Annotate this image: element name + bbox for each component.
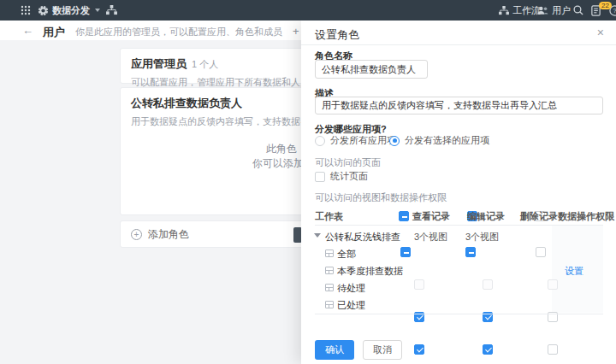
plus-circle-icon: + — [131, 229, 142, 240]
topbar-users[interactable]: 用户 — [537, 0, 571, 21]
collapse-caret-icon[interactable] — [314, 233, 321, 238]
radio-icon[interactable] — [389, 136, 400, 146]
role-member-count: 1 个人 — [192, 59, 218, 69]
role-name-input[interactable] — [315, 60, 428, 79]
view-name: 待处理 — [337, 282, 365, 295]
sitemap-icon — [106, 5, 117, 15]
empty-state-line2: 你可以添加 — [252, 156, 304, 171]
col-header-edit: 编辑记录 — [467, 210, 505, 223]
checkbox-label: 统计页面 — [330, 170, 368, 183]
topbar-users-label: 用户 — [552, 4, 571, 17]
page-title: 用户 — [43, 25, 65, 40]
view-grid-icon — [325, 301, 334, 308]
radio-label: 分发有选择的应用项 — [405, 134, 489, 147]
role-card-title: 公转私排查数据负责人 — [131, 97, 242, 109]
notification-badge: 22 — [599, 2, 612, 9]
workflow-icon — [499, 6, 509, 15]
col-header-sheet: 工作表 — [315, 210, 343, 223]
sheet-name: 公转私反洗钱排查 — [325, 231, 400, 244]
row-view-checkbox[interactable] — [400, 247, 411, 257]
gear-icon — [38, 5, 49, 16]
accessible-pages-label: 可以访问的页面 — [315, 156, 381, 169]
search-icon — [573, 5, 583, 15]
apps-grid-icon-glyph — [21, 5, 31, 15]
col-header-view-checkbox[interactable] — [399, 211, 409, 221]
description-input[interactable] — [315, 97, 603, 114]
users-icon — [537, 6, 548, 15]
accessible-views-label: 可以访问的视图和数据操作权限 — [315, 191, 447, 204]
back-arrow-icon[interactable]: ← — [22, 24, 33, 37]
row-edit-checkbox[interactable] — [465, 247, 476, 257]
page-subtitle: 你是此应用的管理员，可以配置应用、角色和成员 — [75, 26, 282, 38]
close-icon[interactable]: × — [597, 26, 604, 39]
add-button-partial[interactable]: + — [293, 25, 299, 38]
role-card-title: 应用管理员 — [131, 57, 187, 70]
svg-text:?: ? — [613, 7, 616, 15]
row-view-checkbox[interactable] — [414, 279, 424, 290]
row-edit-checkbox[interactable] — [483, 279, 493, 290]
flow-nav-icon[interactable] — [106, 0, 117, 21]
stats-page-checkbox-row[interactable]: 统计页面 — [315, 170, 368, 183]
row-delete-checkbox[interactable] — [548, 344, 558, 355]
add-role-label: 添加角色 — [148, 227, 189, 242]
app-switcher[interactable]: 数据分发 — [38, 0, 100, 21]
set-role-panel: 设置角色 × 角色名称 描述 分发哪些应用项? 分发所有应用项 分发有选择的应用… — [301, 21, 616, 364]
col-header-delete: 删除记录 — [520, 210, 558, 223]
view-name: 本季度排查数据 — [337, 265, 403, 278]
cancel-button[interactable]: 取消 — [363, 340, 402, 360]
view-count-dropdown[interactable]: 3个视图 — [414, 231, 447, 244]
radio-icon[interactable] — [315, 136, 325, 146]
radio-distribute-selected[interactable]: 分发有选择的应用项 — [389, 134, 489, 147]
chevron-down-icon — [95, 9, 100, 12]
table-bottom-divider — [315, 314, 603, 314]
row-view-checkbox[interactable] — [414, 344, 424, 355]
row-edit-checkbox[interactable] — [483, 344, 493, 355]
radio-distribute-all[interactable]: 分发所有应用项 — [315, 134, 396, 147]
edit-count-dropdown[interactable]: 3个视图 — [465, 231, 499, 244]
view-name: 已处理 — [337, 299, 365, 312]
row-delete-checkbox[interactable] — [536, 247, 546, 257]
row-delete-checkbox[interactable] — [548, 279, 558, 290]
col-header-ops: 数据操作权限 — [558, 210, 614, 223]
view-grid-icon — [325, 250, 334, 257]
empty-state-line1: 此角色 — [266, 142, 297, 156]
radio-label: 分发所有应用项 — [330, 134, 396, 147]
table-header-divider — [315, 225, 603, 226]
panel-divider — [301, 44, 616, 45]
ops-settings-link[interactable]: 设置 — [565, 265, 583, 278]
top-navigation-bar: 数据分发 工作流 用户 — [0, 0, 616, 21]
panel-title: 设置角色 — [315, 27, 359, 43]
search-button[interactable] — [573, 0, 583, 21]
table-row-view[interactable]: 待处理 — [301, 82, 616, 97]
app-name: 数据分发 — [52, 4, 90, 17]
view-grid-icon — [325, 284, 334, 291]
checkbox-icon[interactable] — [315, 172, 325, 182]
topbar-workflow[interactable]: 工作流 — [499, 0, 541, 21]
view-name: 全部 — [337, 248, 356, 261]
confirm-button[interactable]: 确认 — [315, 340, 354, 360]
view-grid-icon — [325, 267, 334, 274]
col-header-view: 查看记录 — [412, 210, 450, 223]
apps-grid-icon[interactable] — [21, 0, 31, 21]
